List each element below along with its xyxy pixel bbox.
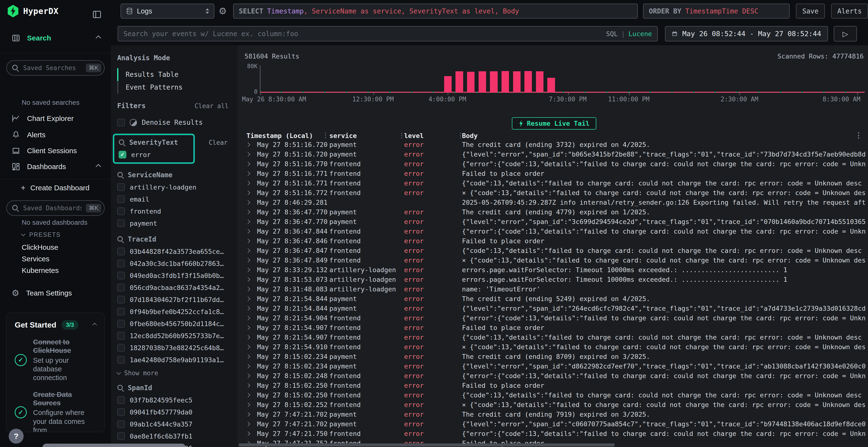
mode-results-table[interactable]: Results Table xyxy=(117,68,237,81)
chevron-up-icon[interactable] xyxy=(96,35,101,41)
facet-value-row[interactable]: 0fbe680eb456750b2d1184c… xyxy=(117,320,224,328)
log-row[interactable]: May 27 8:31:53.073 AMartillery-loadgener… xyxy=(243,275,866,284)
checkbox[interactable] xyxy=(119,151,126,159)
expand-chevron-icon[interactable] xyxy=(246,162,255,166)
log-row[interactable]: May 27 8:36:47.770 AMpaymenterror{"level… xyxy=(243,217,866,227)
expand-chevron-icon[interactable] xyxy=(246,191,255,194)
get-started-item[interactable]: ✓ Create Data Sources Configure where yo… xyxy=(15,390,96,432)
sql-select-input[interactable]: SELECT Timestamp , ServiceName as servic… xyxy=(233,4,638,19)
facet-value-row[interactable]: error xyxy=(119,151,184,159)
checkbox[interactable] xyxy=(117,332,125,340)
checkbox[interactable] xyxy=(117,272,125,279)
checkbox[interactable] xyxy=(117,396,125,404)
presets-toggle[interactable]: PRESETS xyxy=(0,231,111,238)
table-options-icon[interactable]: ⋮ xyxy=(855,131,862,139)
log-row[interactable]: May 27 8:51:16.772 AMfrontenderror× {"co… xyxy=(243,188,866,198)
sidebar-item-client-sessions[interactable]: Client Sessions xyxy=(0,146,111,155)
checkbox[interactable] xyxy=(117,420,125,428)
histogram-bar[interactable] xyxy=(490,71,497,93)
mode-event-patterns[interactable]: Event Patterns xyxy=(117,81,237,94)
column-resize-handle-icon[interactable]: ⋮ xyxy=(322,132,329,139)
sidebar-item-alerts[interactable]: Alerts xyxy=(0,131,111,139)
log-row[interactable]: May 27 8:36:47.846 AMfrontenderrorFailed… xyxy=(243,236,866,246)
checkbox[interactable] xyxy=(117,308,125,315)
date-range-picker[interactable]: May 26 08:52:44 - May 27 08:52:44 xyxy=(665,26,828,41)
saved-searches-input[interactable] xyxy=(23,64,82,72)
expand-chevron-icon[interactable] xyxy=(246,220,255,223)
preset-kubernetes[interactable]: Kubernetes xyxy=(0,266,111,275)
log-row[interactable]: May 27 8:21:54.904 AMfrontenderror{"erro… xyxy=(243,313,866,323)
expand-chevron-icon[interactable] xyxy=(246,326,255,329)
event-search-input[interactable] xyxy=(118,26,658,41)
checkbox[interactable] xyxy=(117,183,125,191)
facet-clear-link[interactable]: Clear xyxy=(209,139,227,146)
get-started-item[interactable]: ✓ Connect to ClickHouse Set up your data… xyxy=(15,338,96,382)
facet-value-row[interactable]: payment xyxy=(117,219,196,227)
horizontal-scrollbar[interactable] xyxy=(239,443,615,447)
histogram-bar[interactable] xyxy=(467,72,474,92)
expand-chevron-icon[interactable] xyxy=(246,307,255,310)
expand-chevron-icon[interactable] xyxy=(246,403,255,406)
expand-chevron-icon[interactable] xyxy=(246,172,255,175)
expand-chevron-icon[interactable] xyxy=(246,268,255,271)
saved-dashboards-box[interactable]: ⌘K xyxy=(6,200,105,216)
sidebar-item-search[interactable]: Search xyxy=(0,34,111,42)
log-row[interactable]: May 27 7:47:21.702 AMpaymenterror{"level… xyxy=(243,419,866,429)
log-row[interactable]: May 27 8:15:02.250 AMfrontenderrorFailed… xyxy=(243,381,866,390)
log-row[interactable]: May 27 8:15:02.252 AMfrontenderror× {"co… xyxy=(243,400,866,409)
log-row[interactable]: May 27 8:15:02.248 AMfrontenderror{"erro… xyxy=(243,371,866,381)
log-row[interactable]: May 27 8:46:29.281 AM2025-05-26T09:45:29… xyxy=(243,198,866,207)
sidebar-item-chart-explorer[interactable]: Chart Explorer xyxy=(0,114,111,123)
log-row[interactable]: May 27 8:36:47.770 AMpaymenterrorThe cre… xyxy=(243,207,866,217)
show-more-link[interactable]: Show more xyxy=(117,370,228,377)
facet-value-row[interactable]: email xyxy=(117,195,196,203)
facet-value-row[interactable]: 12ec8dd52b60b9525733b7e… xyxy=(117,332,224,340)
expand-chevron-icon[interactable] xyxy=(246,413,255,416)
source-select[interactable]: Logs xyxy=(121,4,214,19)
expand-chevron-icon[interactable] xyxy=(246,153,255,156)
expand-chevron-icon[interactable] xyxy=(246,297,255,300)
log-row[interactable]: May 27 8:33:29.132 AMartillery-loadgener… xyxy=(243,265,866,275)
alerts-button[interactable]: Alerts xyxy=(831,4,868,19)
denoise-results-toggle[interactable]: Denoise Results xyxy=(117,118,237,127)
user-menu-chip[interactable]: D dale@clickhouse.com dale@clickhouse.co… xyxy=(42,444,186,447)
col-header-level[interactable]: level xyxy=(404,132,462,139)
facet-value-row[interactable]: 0f94b9befe0b4252ccfa1c8… xyxy=(117,308,224,315)
log-row[interactable]: May 27 8:21:54.910 AMfrontenderror× {"co… xyxy=(243,342,866,352)
expand-chevron-icon[interactable] xyxy=(246,365,255,368)
expand-chevron-icon[interactable] xyxy=(246,336,255,339)
expand-chevron-icon[interactable] xyxy=(246,393,255,397)
help-button[interactable]: ? xyxy=(9,429,24,444)
facet-value-row[interactable]: 1ae42480d758e9ab91193a1… xyxy=(117,356,224,364)
log-row[interactable]: May 27 8:51:16.720 AMpaymenterror{"level… xyxy=(243,149,866,159)
checkbox[interactable] xyxy=(117,219,125,227)
histogram-bar[interactable] xyxy=(444,76,452,92)
expand-chevron-icon[interactable] xyxy=(246,239,255,243)
log-row[interactable]: May 27 8:21:54.844 AMpaymenterrorThe cre… xyxy=(243,294,866,304)
expand-chevron-icon[interactable] xyxy=(246,432,255,435)
log-row[interactable]: May 27 8:51:16.770 AMfrontenderror{"erro… xyxy=(243,159,866,169)
log-row[interactable]: May 27 8:15:02.234 AMpaymenterrorThe cre… xyxy=(243,352,866,361)
query-language-toggle[interactable]: SQL | Lucene xyxy=(606,26,652,41)
column-resize-handle-icon[interactable]: ⋮ xyxy=(398,132,405,139)
chevron-up-icon[interactable] xyxy=(96,164,101,170)
col-header-body[interactable]: Body xyxy=(462,132,866,139)
saved-dashboards-input[interactable] xyxy=(23,204,82,212)
save-button[interactable]: Save xyxy=(796,4,825,19)
order-by-input[interactable]: ORDER BY TimestampTime DESC xyxy=(643,4,789,19)
checkbox[interactable] xyxy=(117,408,125,416)
facet-value-row[interactable]: 18287038b73e882425c64b8… xyxy=(117,344,224,352)
facet-value-row[interactable]: 09041fb457779da0 xyxy=(117,408,192,416)
log-row[interactable]: May 27 8:31:48.083 AMartillery-loadgener… xyxy=(243,284,866,294)
toggle-lucene-label[interactable]: Lucene xyxy=(628,30,652,38)
facet-value-row[interactable]: 0ae8e1f6c6b37fb1 xyxy=(117,432,192,440)
checkbox[interactable] xyxy=(117,248,125,255)
source-settings-gear-icon[interactable]: ⚙ xyxy=(219,6,227,16)
log-row[interactable]: May 27 7:47:21.750 AMfrontenderror{"erro… xyxy=(243,429,866,438)
resume-live-tail-button[interactable]: Resume Live Tail xyxy=(512,117,596,130)
log-row[interactable]: May 27 8:15:02.250 AMfrontenderror{"code… xyxy=(243,390,866,400)
log-row[interactable]: May 27 8:36:47.844 AMfrontenderror{"erro… xyxy=(243,227,866,236)
checkbox[interactable] xyxy=(117,432,125,440)
expand-chevron-icon[interactable] xyxy=(246,249,255,252)
log-row[interactable]: May 27 8:15:02.234 AMpaymenterror{"level… xyxy=(243,361,866,371)
